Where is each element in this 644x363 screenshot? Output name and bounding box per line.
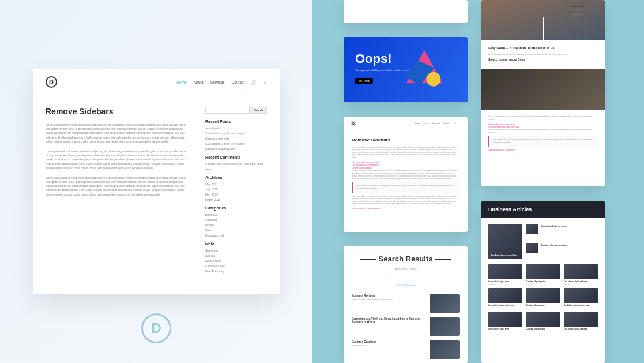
nav-home[interactable]: Home (176, 80, 186, 84)
nav-about[interactable]: About (194, 80, 204, 84)
search-results-title: Search Results (344, 246, 468, 268)
biz-card-sub: Lorem ipsum (488, 307, 522, 308)
result-row[interactable]: Business CoachingLorem ipsum dolor sit (344, 338, 468, 361)
biz-card[interactable]: Candidat aliquat quamLorem ipsum (526, 288, 560, 308)
biz-card-sub: Lorem ipsum (526, 307, 560, 308)
recent-post-link[interactable]: Cras ultricies ligula sed magna (205, 131, 267, 136)
article-para: Lorem ipsum dolor sit amet consectetur a… (488, 129, 598, 134)
meta-heading: Meta (205, 242, 267, 246)
thumb-link[interactable]: Curabitur aliquet quam id dui (352, 167, 460, 169)
biz-mini-card[interactable]: Candidat et faucibus amet quam (526, 243, 598, 259)
category-link[interactable]: Money (205, 223, 267, 228)
article-link[interactable]: Curabitur aliquet quam id dui posuere (488, 123, 598, 125)
archive-link[interactable]: May 2019 (205, 192, 267, 197)
article-link[interactable]: Curabitur aliquet quam id dui posuere (488, 149, 598, 151)
article-para: Lorem ipsum dolor sit amet consectetur a… (488, 115, 598, 121)
result-row[interactable]: Everything you Think you Know About how … (344, 315, 468, 338)
biz-feature-image: Cras Aptent Lorem Ipsum Dolor (488, 224, 522, 259)
biz-card-title: Candidat et faucibus amet quam (541, 245, 598, 247)
article-body-2: Lorem ipsum dolor sit amet consectetur a… (481, 110, 605, 157)
recent-post-link[interactable]: Curabitur non nulla (205, 136, 267, 141)
archive-link[interactable]: July 2019 (205, 187, 267, 192)
meta-link[interactable]: Comments feed (205, 264, 267, 269)
meta-link[interactable]: Log out (205, 253, 267, 259)
nav-services[interactable]: Services (210, 80, 225, 84)
thumb-text: Lorem ipsum dolor sit amet consectetur a… (352, 170, 460, 180)
main-nav: Home About Services Contact 🛒 ⌕ (176, 80, 267, 85)
go-home-button[interactable]: GO HOME (355, 78, 373, 84)
divi-logo-icon: D (351, 121, 356, 126)
category-link[interactable]: Coaching (205, 218, 267, 223)
oops-content: Oops! The page you're looking for is bro… (344, 37, 468, 102)
biz-mini-card[interactable]: Cras ultricies ligula sed magna (526, 224, 598, 239)
biz-card[interactable]: Cras ultricies ligula sed magnaLorem ips… (488, 288, 522, 308)
search-button[interactable]: Search (250, 107, 267, 114)
category-link[interactable]: Uncategorized (205, 233, 267, 238)
body-para-1: Lorem ipsum dolor sit amet consectetur a… (46, 123, 189, 144)
recent-comments-heading: Recent Comments (205, 155, 267, 159)
thumb-text: Lorem ipsum dolor sit amet consectetur a… (352, 195, 460, 205)
search-tag: Results for "business" (344, 284, 468, 286)
article-meta: Written by Design Cras ultricies ligula … (571, 6, 599, 16)
recent-post-link[interactable]: Cras ultricies ligula sed magna (205, 141, 267, 147)
nav-services[interactable]: Services (432, 122, 440, 125)
search-icon[interactable]: ⌕ (264, 80, 267, 85)
search-results-sub: Matches Blog — Search (344, 268, 468, 270)
thumb-link[interactable]: Lorem ipsum dolor sit amet consectetur (352, 208, 460, 210)
meta-link[interactable]: Entries feed (205, 259, 267, 264)
thumb-remove-sidebars-alt[interactable]: D Home About Services Contact 🛒 ⌕ Remove… (344, 117, 468, 232)
thumb-link[interactable]: Cras ultricies ligula sed magna dictum (352, 164, 460, 166)
biz-card-sub: Lorem ipsum (564, 307, 598, 308)
meta-link[interactable]: WordPress.org (205, 269, 267, 274)
biz-card[interactable]: Candidat aliquot pretio (526, 312, 560, 331)
result-row[interactable]: Business RevisionLorem ipsum dolor sit a… (344, 292, 468, 315)
category-link[interactable]: News (205, 228, 267, 233)
article-quote: Post Content Block Guide. Make a gallery… (488, 136, 598, 147)
biz-feature-card[interactable]: Cras Aptent Lorem Ipsum Dolor (488, 224, 522, 259)
thumb-blank[interactable] (344, 0, 468, 23)
divi-logo-icon[interactable]: D (46, 76, 57, 88)
nav-home[interactable]: Home (415, 122, 420, 125)
archive-link[interactable]: May 2021 (205, 182, 267, 187)
cart-icon[interactable]: 🛒 (454, 122, 456, 125)
thumb-body: Remove Sidebars Lorem ipsum dolor sit am… (344, 130, 468, 218)
nav-contact[interactable]: Contact (232, 80, 244, 84)
recent-comment-link[interactable]: A WordPress Commenter on Proin eget tort… (205, 162, 267, 172)
biz-card[interactable]: Candidat et faucibus amet quamLorem ipsu… (564, 288, 598, 308)
thumb-link[interactable]: Lorem ipsum dolor sit amet consectetur (352, 161, 460, 163)
biz-card[interactable]: Candidat aliquot pretioLorem ipsum (526, 264, 560, 285)
biz-card-image (526, 264, 560, 279)
archive-link[interactable]: March 2018 (205, 197, 267, 203)
search-icon[interactable]: ⌕ (460, 122, 461, 125)
article-link[interactable]: Cras ultricies ligula sed magna dictum p… (488, 126, 598, 128)
nav-about[interactable]: About (423, 122, 428, 125)
thumb-business-articles[interactable]: Business Articles Cras Aptent Lorem Ipsu… (481, 201, 605, 363)
biz-card[interactable]: Cras ultricies figula erumLorem ipsum (488, 264, 522, 285)
nav-contact[interactable]: Contact (443, 122, 450, 125)
biz-card[interactable]: Cras ultricies figula erum (488, 312, 522, 331)
thumb-text: Lorem ipsum dolor sit amet consectetur a… (352, 146, 460, 159)
biz-card-image (526, 312, 560, 327)
thumb-404[interactable]: Oops! The page you're looking for is bro… (344, 37, 468, 102)
archives-heading: Archives (205, 175, 267, 179)
biz-card[interactable]: Cras ultricies ligula sed ametLorem ipsu… (564, 264, 598, 285)
biz-card-image (488, 288, 522, 303)
biz-mini-image (526, 224, 538, 234)
thumb-header: D Home About Services Contact 🛒 ⌕ (344, 117, 468, 130)
meta-link[interactable]: Site Admin (205, 248, 267, 253)
body-para-2: Lorem ipsum dolor sit amet consectetur a… (46, 149, 189, 170)
recent-post-link[interactable]: Curabitur aliquet quam (205, 147, 267, 152)
thumb-search-results[interactable]: Search Results Matches Blog — Search Res… (344, 246, 468, 363)
biz-card[interactable]: Cras ultricies ligula sed amet (564, 312, 598, 331)
wave-divider (344, 276, 468, 280)
thumb-article[interactable]: Written by Design Cras ultricies ligula … (481, 0, 605, 186)
biz-card-image (488, 312, 522, 327)
search-input[interactable] (205, 107, 250, 114)
cart-icon[interactable]: 🛒 (251, 80, 257, 85)
result-desc: Lorem ipsum dolor sit amet consectetur a… (352, 298, 426, 301)
thumb-title: Remove Sidebars (352, 137, 460, 143)
recent-post-link[interactable]: search post (205, 126, 267, 131)
biz-grid: Cras Aptent Lorem Ipsum Dolor Cras ultri… (481, 218, 605, 264)
biz-card-sub: Lorem ipsum (564, 283, 598, 285)
category-link[interactable]: Business (205, 212, 267, 218)
